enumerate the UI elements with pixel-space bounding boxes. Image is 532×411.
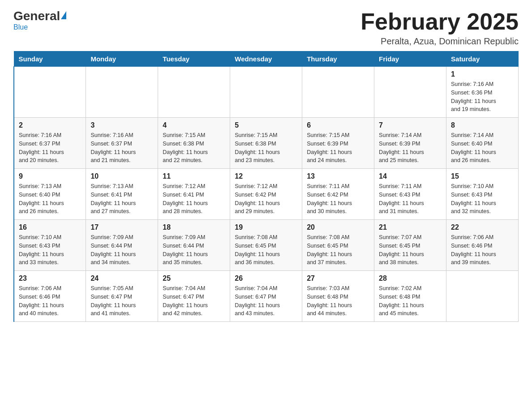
day-number: 7: [379, 121, 442, 129]
calendar-cell: 3Sunrise: 7:16 AM Sunset: 6:37 PM Daylig…: [86, 118, 158, 169]
logo-blue-text: Blue: [13, 23, 28, 31]
day-info: Sunrise: 7:14 AM Sunset: 6:40 PM Dayligh…: [451, 131, 514, 165]
calendar-cell: 27Sunrise: 7:03 AM Sunset: 6:48 PM Dayli…: [302, 271, 374, 322]
day-info: Sunrise: 7:16 AM Sunset: 6:37 PM Dayligh…: [19, 131, 81, 165]
day-number: 12: [235, 172, 297, 180]
calendar-cell: [86, 67, 158, 118]
weekday-header-sunday: Sunday: [14, 51, 86, 67]
month-title: February 2025: [360, 9, 519, 34]
calendar-cell: 6Sunrise: 7:15 AM Sunset: 6:39 PM Daylig…: [302, 118, 374, 169]
weekday-header-wednesday: Wednesday: [230, 51, 302, 67]
day-info: Sunrise: 7:16 AM Sunset: 6:36 PM Dayligh…: [451, 80, 514, 114]
calendar-cell: [14, 67, 86, 118]
day-number: 9: [19, 172, 81, 180]
calendar-cell: 8Sunrise: 7:14 AM Sunset: 6:40 PM Daylig…: [446, 118, 519, 169]
calendar-header: SundayMondayTuesdayWednesdayThursdayFrid…: [14, 51, 519, 67]
location-label: Peralta, Azua, Dominican Republic: [360, 36, 519, 47]
day-number: 3: [90, 121, 153, 129]
calendar-week-row: 9Sunrise: 7:13 AM Sunset: 6:40 PM Daylig…: [14, 169, 519, 220]
day-info: Sunrise: 7:15 AM Sunset: 6:38 PM Dayligh…: [235, 131, 297, 165]
weekday-header-tuesday: Tuesday: [158, 51, 230, 67]
day-number: 20: [307, 223, 369, 231]
day-info: Sunrise: 7:15 AM Sunset: 6:39 PM Dayligh…: [307, 131, 369, 165]
calendar-body: 1Sunrise: 7:16 AM Sunset: 6:36 PM Daylig…: [14, 67, 519, 322]
calendar-cell: 9Sunrise: 7:13 AM Sunset: 6:40 PM Daylig…: [14, 169, 86, 220]
day-number: 18: [163, 223, 225, 231]
day-info: Sunrise: 7:11 AM Sunset: 6:43 PM Dayligh…: [379, 182, 442, 216]
calendar-week-row: 1Sunrise: 7:16 AM Sunset: 6:36 PM Daylig…: [14, 67, 519, 118]
day-info: Sunrise: 7:07 AM Sunset: 6:45 PM Dayligh…: [379, 233, 442, 267]
calendar-cell: 28Sunrise: 7:02 AM Sunset: 6:48 PM Dayli…: [374, 271, 446, 322]
day-number: 17: [90, 223, 153, 231]
day-info: Sunrise: 7:08 AM Sunset: 6:45 PM Dayligh…: [307, 233, 369, 267]
day-info: Sunrise: 7:16 AM Sunset: 6:37 PM Dayligh…: [90, 131, 153, 165]
day-info: Sunrise: 7:03 AM Sunset: 6:48 PM Dayligh…: [307, 284, 369, 318]
calendar-cell: [374, 67, 446, 118]
calendar-cell: 13Sunrise: 7:11 AM Sunset: 6:42 PM Dayli…: [302, 169, 374, 220]
day-info: Sunrise: 7:14 AM Sunset: 6:39 PM Dayligh…: [379, 131, 442, 165]
day-info: Sunrise: 7:15 AM Sunset: 6:38 PM Dayligh…: [163, 131, 225, 165]
day-number: 25: [163, 274, 225, 283]
calendar-cell: [158, 67, 230, 118]
calendar-cell: 16Sunrise: 7:10 AM Sunset: 6:43 PM Dayli…: [14, 220, 86, 271]
calendar-cell: [230, 67, 302, 118]
day-number: 4: [163, 121, 225, 129]
calendar-cell: [446, 271, 519, 322]
day-number: 1: [451, 70, 514, 78]
calendar-cell: 4Sunrise: 7:15 AM Sunset: 6:38 PM Daylig…: [158, 118, 230, 169]
day-number: 10: [90, 172, 153, 180]
calendar-cell: 25Sunrise: 7:04 AM Sunset: 6:47 PM Dayli…: [158, 271, 230, 322]
day-number: 8: [451, 121, 514, 129]
title-section: February 2025 Peralta, Azua, Dominican R…: [360, 9, 519, 47]
calendar-cell: 15Sunrise: 7:10 AM Sunset: 6:43 PM Dayli…: [446, 169, 519, 220]
day-number: 22: [451, 223, 514, 231]
calendar-cell: 11Sunrise: 7:12 AM Sunset: 6:41 PM Dayli…: [158, 169, 230, 220]
day-info: Sunrise: 7:10 AM Sunset: 6:43 PM Dayligh…: [19, 233, 81, 267]
calendar-cell: 21Sunrise: 7:07 AM Sunset: 6:45 PM Dayli…: [374, 220, 446, 271]
day-number: 26: [235, 274, 297, 283]
weekday-header-row: SundayMondayTuesdayWednesdayThursdayFrid…: [14, 51, 519, 67]
day-info: Sunrise: 7:12 AM Sunset: 6:41 PM Dayligh…: [163, 182, 225, 216]
calendar-week-row: 23Sunrise: 7:06 AM Sunset: 6:46 PM Dayli…: [14, 271, 519, 322]
calendar-cell: 2Sunrise: 7:16 AM Sunset: 6:37 PM Daylig…: [14, 118, 86, 169]
calendar-cell: 23Sunrise: 7:06 AM Sunset: 6:46 PM Dayli…: [14, 271, 86, 322]
day-info: Sunrise: 7:06 AM Sunset: 6:46 PM Dayligh…: [19, 284, 81, 318]
day-number: 23: [19, 274, 81, 283]
weekday-header-monday: Monday: [86, 51, 158, 67]
calendar-cell: 24Sunrise: 7:05 AM Sunset: 6:47 PM Dayli…: [86, 271, 158, 322]
calendar-cell: 7Sunrise: 7:14 AM Sunset: 6:39 PM Daylig…: [374, 118, 446, 169]
day-number: 13: [307, 172, 369, 180]
calendar-cell: 26Sunrise: 7:04 AM Sunset: 6:47 PM Dayli…: [230, 271, 302, 322]
day-number: 24: [90, 274, 153, 283]
logo-general-text: General: [13, 9, 60, 23]
day-info: Sunrise: 7:04 AM Sunset: 6:47 PM Dayligh…: [235, 284, 297, 318]
page-header: General Blue February 2025 Peralta, Azua…: [13, 9, 519, 47]
calendar-cell: 1Sunrise: 7:16 AM Sunset: 6:36 PM Daylig…: [446, 67, 519, 118]
day-number: 5: [235, 121, 297, 129]
weekday-header-thursday: Thursday: [302, 51, 374, 67]
day-number: 15: [451, 172, 514, 180]
day-number: 21: [379, 223, 442, 231]
day-info: Sunrise: 7:09 AM Sunset: 6:44 PM Dayligh…: [163, 233, 225, 267]
day-info: Sunrise: 7:08 AM Sunset: 6:45 PM Dayligh…: [235, 233, 297, 267]
day-info: Sunrise: 7:12 AM Sunset: 6:42 PM Dayligh…: [235, 182, 297, 216]
calendar-cell: 12Sunrise: 7:12 AM Sunset: 6:42 PM Dayli…: [230, 169, 302, 220]
day-number: 6: [307, 121, 369, 129]
calendar-cell: 5Sunrise: 7:15 AM Sunset: 6:38 PM Daylig…: [230, 118, 302, 169]
day-info: Sunrise: 7:11 AM Sunset: 6:42 PM Dayligh…: [307, 182, 369, 216]
day-info: Sunrise: 7:04 AM Sunset: 6:47 PM Dayligh…: [163, 284, 225, 318]
calendar-week-row: 2Sunrise: 7:16 AM Sunset: 6:37 PM Daylig…: [14, 118, 519, 169]
calendar-cell: 22Sunrise: 7:06 AM Sunset: 6:46 PM Dayli…: [446, 220, 519, 271]
day-number: 11: [163, 172, 225, 180]
weekday-header-friday: Friday: [374, 51, 446, 67]
day-info: Sunrise: 7:02 AM Sunset: 6:48 PM Dayligh…: [379, 284, 442, 318]
logo-triangle-icon: [61, 11, 66, 19]
day-info: Sunrise: 7:05 AM Sunset: 6:47 PM Dayligh…: [90, 284, 153, 318]
weekday-header-saturday: Saturday: [446, 51, 519, 67]
day-number: 28: [379, 274, 442, 283]
logo: General Blue: [13, 9, 66, 31]
calendar-week-row: 16Sunrise: 7:10 AM Sunset: 6:43 PM Dayli…: [14, 220, 519, 271]
calendar-cell: 14Sunrise: 7:11 AM Sunset: 6:43 PM Dayli…: [374, 169, 446, 220]
day-number: 16: [19, 223, 81, 231]
calendar-cell: 20Sunrise: 7:08 AM Sunset: 6:45 PM Dayli…: [302, 220, 374, 271]
